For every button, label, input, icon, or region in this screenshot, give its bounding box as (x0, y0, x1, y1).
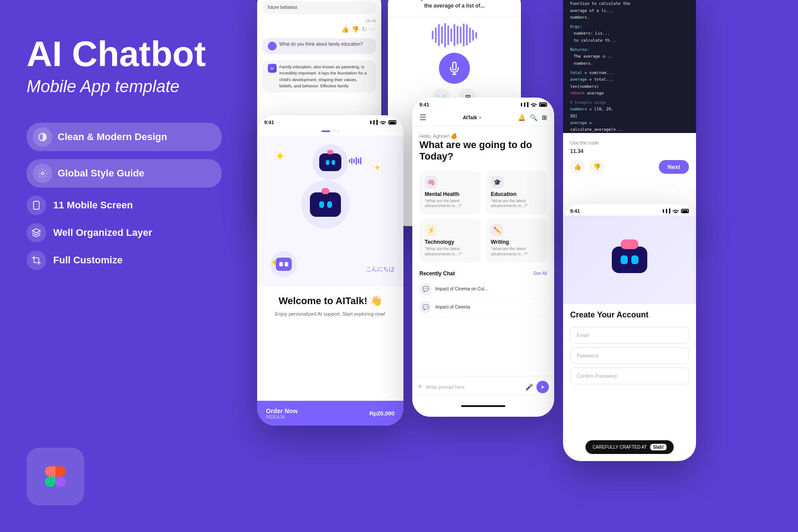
settings-icon (38, 168, 47, 178)
password-field[interactable]: Password (570, 347, 689, 364)
status-time-welcome: 9:41 (264, 120, 274, 125)
order-sub-label: RIDEAJA (266, 415, 298, 419)
mental-health-icon: 🧠 (425, 176, 437, 188)
dot-2 (333, 130, 335, 132)
crafted-text: CAREFULLY CRAFTED AT (593, 445, 647, 450)
recent-text-2: Impact of Cinema (435, 305, 470, 309)
home-send-button[interactable]: ➤ (536, 381, 549, 393)
robot3-eye-left (279, 262, 283, 266)
recent-item-2[interactable]: 💬 Impact of Cinema (419, 298, 547, 317)
recent-text-1: Impact of Cinema on Cul... (435, 286, 488, 291)
star-decoration-1: ✦ (275, 149, 285, 164)
crop-icon (31, 255, 41, 265)
category-card-education[interactable]: 🎓 Education "What are the latest advance… (485, 171, 547, 214)
feature-clean-design: Clean & Modern Design (27, 123, 222, 151)
mini-waveform (349, 157, 361, 165)
chat-message-1: future behavior. (262, 1, 376, 14)
battery-icon (388, 120, 396, 125)
chat-timestamp: 08.46 (262, 19, 376, 23)
order-button-label: Order Now (266, 407, 298, 415)
svg-marker-4 (32, 229, 40, 233)
home-chat-input: + Write prompt here 🎤 ➤ (412, 376, 554, 397)
signal-1 (370, 121, 372, 124)
cat-title-mental-health: Mental Health (425, 191, 476, 197)
signal-h3 (527, 102, 528, 107)
next-button[interactable]: Next (659, 160, 689, 174)
status-bar-register: 9:41 (563, 204, 696, 215)
home-input-placeholder[interactable]: Write prompt here (426, 384, 522, 390)
welcome-text-area: Welcome to AITalk! 👋 Enjoy personalized … (257, 286, 403, 327)
thumbs-up-button[interactable]: 👍 (570, 160, 584, 174)
circle-half-icon (38, 132, 47, 142)
robot-1-container (313, 145, 348, 180)
recent-chat-section: Recently Chat See All 💬 Impact of Cinema… (412, 267, 554, 320)
features-list: Clean & Modern Design Global Style Guide… (27, 123, 222, 270)
robot3-eye-right (285, 262, 288, 266)
email-field[interactable]: Email (570, 327, 689, 344)
phone-welcome: 9:41 Skip ✦ ✦ ✦ (257, 115, 403, 426)
category-card-mental-health[interactable]: 🧠 Mental Health "What are the latest adv… (419, 171, 481, 214)
thumbs-down-button[interactable]: 👎 (590, 160, 604, 174)
cat-title-education: Education (491, 191, 542, 197)
feature-label-full-customize: Full Customize (53, 254, 122, 266)
mic-button[interactable] (439, 53, 470, 84)
battery-icon-home (539, 102, 547, 107)
greeting-area: Hello, Aghnie! 🍊 What are we going to do… (412, 126, 554, 166)
phone-icon (31, 200, 41, 210)
japanese-text: こんにちは (366, 265, 395, 273)
phone-home: 9:41 ☰ AITalk ▾ 🔔 🔍 ⊞ (412, 98, 554, 417)
wifi-icon-register (672, 208, 679, 214)
recent-dot-2: 💬 (419, 301, 432, 313)
cat-title-writing: Writing (491, 239, 542, 245)
app-name-label: AITalk (463, 115, 477, 120)
welcome-description: Enjoy personalized AI support, Start exp… (266, 310, 395, 318)
voice-waveform (388, 22, 521, 48)
welcome-title: Welcome to AITalk! 👋 (266, 295, 395, 307)
recent-header: Recently Chat See All (419, 270, 547, 277)
status-icons-home (521, 102, 547, 107)
home-header: ☰ AITalk ▾ 🔔 🔍 ⊞ (412, 109, 554, 126)
status-bar-home: 9:41 (412, 98, 554, 109)
category-card-technology[interactable]: ⚡ Technology "What are the latest advanc… (419, 219, 481, 262)
clean-design-icon (33, 127, 52, 147)
signal-r3 (669, 208, 670, 214)
signal-r2 (666, 209, 667, 213)
robot-2-container (301, 180, 350, 229)
progress-dots (257, 130, 403, 132)
status-icons-welcome (370, 120, 396, 125)
register-robot-area (563, 215, 696, 304)
category-card-writing[interactable]: ✏️ Writing "What are the latest advancem… (485, 219, 547, 262)
svg-point-1 (41, 172, 44, 175)
style-guide-icon (33, 164, 52, 183)
recent-dot-1: 💬 (419, 283, 432, 295)
order-button[interactable]: Order Now RIDEAJA Rp20,000 (257, 401, 403, 426)
svg-rect-2 (34, 201, 39, 209)
status-bar-welcome: 9:41 (257, 115, 403, 127)
recent-item-1[interactable]: 💬 Impact of Cinema on Cul... (419, 280, 547, 298)
order-price: Rp20,000 (369, 410, 395, 417)
phones-area: future behavior. 08.46 👍 👎 ↻ ⋯ What do y… (248, 0, 798, 532)
register-title: Create Your Account (563, 304, 696, 323)
technology-icon: ⚡ (425, 224, 437, 236)
microphone-icon (448, 62, 461, 75)
slab-label: Slab! (650, 444, 666, 450)
layers-icon-wrap (27, 223, 46, 243)
register-robot-eye-left (621, 255, 628, 264)
action-row: 👍 👎 Next (570, 160, 689, 174)
register-robot-eye-right (631, 255, 638, 264)
feature-style-guide: Global Style Guide (27, 159, 222, 188)
signal-h2 (524, 102, 525, 107)
signal-2 (373, 120, 375, 125)
see-all-link[interactable]: See All (533, 271, 547, 276)
layers-icon (31, 228, 41, 238)
confirm-password-field[interactable]: Confirm Password (570, 368, 689, 384)
home-indicator (461, 405, 505, 407)
home-indicator-bar (412, 395, 554, 417)
use-code-label: Use the code (570, 140, 689, 145)
recent-title: Recently Chat (419, 270, 455, 277)
phone-code: calculate_avera... Function to calculate… (563, 0, 696, 235)
feature-label-mobile-screen: 11 Mobile Screen (53, 200, 133, 211)
status-icons-register (663, 208, 689, 214)
figma-badge (27, 448, 84, 505)
robot-display-area: ✦ ✦ ✦ (257, 136, 403, 286)
